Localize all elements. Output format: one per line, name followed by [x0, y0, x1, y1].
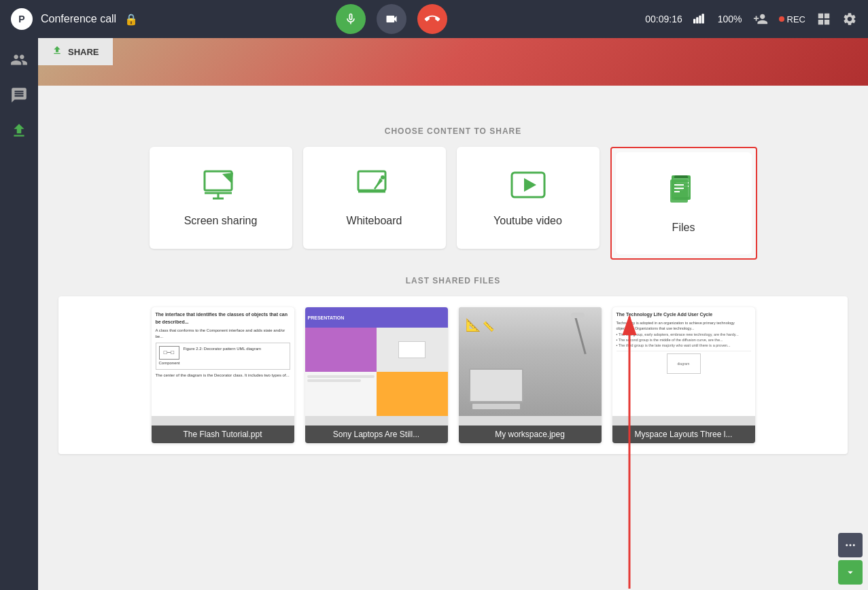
- files-selected-container: Files: [610, 147, 757, 260]
- topbar: P Conference call 🔒 00:09:16: [0, 0, 868, 38]
- file-name: Sony Laptops Are Still...: [305, 426, 448, 443]
- files-option[interactable]: Files: [616, 152, 752, 254]
- screen-sharing-option[interactable]: Screen sharing: [150, 147, 292, 249]
- files-icon: [666, 173, 701, 213]
- whiteboard-label: Whiteboard: [347, 215, 402, 227]
- file-name: My workspace.jpeg: [459, 426, 602, 443]
- settings-button[interactable]: [842, 12, 857, 27]
- whiteboard-option[interactable]: Whiteboard: [303, 147, 446, 249]
- screen-sharing-label: Screen sharing: [184, 215, 258, 227]
- youtube-label: Youtube video: [493, 215, 562, 227]
- app-title: Conference call: [41, 13, 116, 25]
- svg-point-28: [853, 544, 855, 546]
- mic-button[interactable]: [336, 4, 366, 34]
- share-options: Screen sharing Whiteboard: [58, 147, 848, 260]
- youtube-icon: [509, 169, 547, 207]
- scroll-down-button[interactable]: [838, 560, 863, 585]
- file-name: Myspace Layouts Three l...: [612, 426, 755, 443]
- app-logo: P: [11, 8, 33, 30]
- add-user-button[interactable]: [753, 12, 768, 27]
- files-grid: The interface that identifies the classe…: [69, 307, 837, 443]
- svg-point-11: [381, 175, 385, 179]
- hangup-button[interactable]: [417, 4, 447, 34]
- last-shared-title: LAST SHARED FILES: [58, 276, 848, 285]
- share-content: CHOOSE CONTENT TO SHARE Screen sharing: [38, 113, 868, 468]
- svg-marker-13: [524, 178, 536, 192]
- share-tab[interactable]: SHARE: [38, 38, 113, 65]
- svg-line-10: [375, 179, 381, 189]
- sidebar-item-contacts[interactable]: [3, 44, 35, 76]
- youtube-option[interactable]: Youtube video: [457, 147, 600, 249]
- share-tab-label: SHARE: [68, 47, 99, 57]
- sidebar-item-chat[interactable]: [3, 79, 35, 111]
- video-header: [38, 38, 868, 86]
- lock-icon: 🔒: [124, 13, 138, 26]
- file-item[interactable]: The Technology Life Cycle Add User Cycle…: [612, 307, 755, 443]
- svg-rect-0: [693, 18, 695, 23]
- svg-point-26: [846, 544, 848, 546]
- layout-button[interactable]: [816, 12, 831, 27]
- battery-percent: 100%: [718, 14, 742, 24]
- screen-sharing-icon: [202, 169, 240, 207]
- files-label: Files: [672, 222, 695, 234]
- bottom-right-controls: [838, 533, 863, 585]
- svg-point-27: [850, 544, 852, 546]
- video-button[interactable]: [377, 4, 406, 34]
- svg-rect-1: [696, 17, 698, 23]
- svg-rect-3: [701, 14, 704, 23]
- sidebar-item-share[interactable]: [3, 114, 35, 147]
- sidebar: [0, 38, 38, 590]
- rec-dot: REC: [779, 14, 805, 24]
- file-item[interactable]: PRESENTATION: [305, 307, 448, 443]
- main-area: SHARE CHOOSE CONTENT TO SHARE Scree: [38, 38, 868, 590]
- share-tab-icon: [52, 45, 63, 58]
- choose-section-title: CHOOSE CONTENT TO SHARE: [58, 126, 848, 136]
- topbar-controls: [146, 4, 637, 34]
- svg-rect-2: [699, 15, 701, 23]
- file-item[interactable]: The interface that identifies the classe…: [152, 307, 294, 443]
- signal-icon: [693, 13, 707, 26]
- timer: 00:09:16: [645, 14, 682, 24]
- file-name: The Flash Tutorial.ppt: [152, 426, 294, 443]
- topbar-right: 00:09:16 100% REC: [645, 12, 857, 27]
- file-item[interactable]: 📐 📏 My workspace.jpeg: [459, 307, 602, 443]
- whiteboard-icon: [355, 169, 394, 207]
- more-options-button[interactable]: [838, 533, 863, 557]
